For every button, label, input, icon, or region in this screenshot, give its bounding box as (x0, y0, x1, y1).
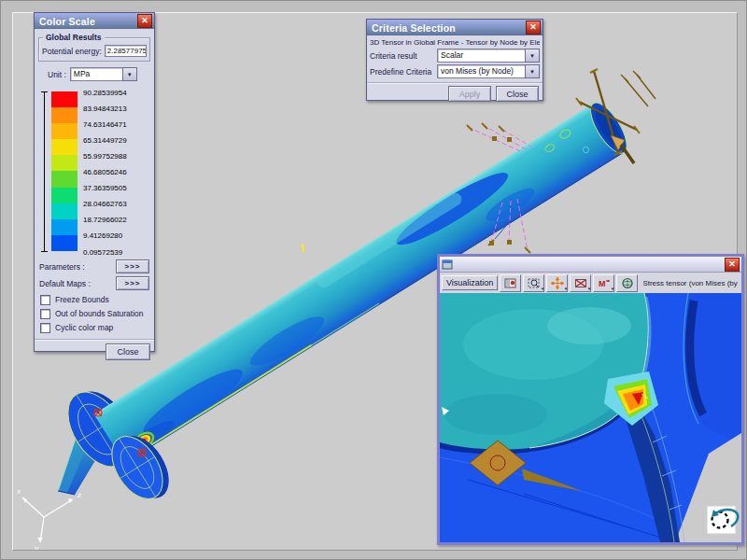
color-scale-value: 74.63146471 (83, 120, 127, 129)
zoom-area-icon[interactable]: ▾ (523, 274, 544, 292)
color-band (51, 123, 78, 139)
render-style-icon[interactable] (500, 274, 521, 292)
checkbox-list: Freeze BoundsOut of bounds SaturationCyc… (35, 293, 154, 334)
rotate-cursor-icon (707, 506, 738, 534)
chevron-down-icon[interactable]: ▼ (525, 64, 540, 78)
default-maps-expand-button[interactable]: >>> (116, 276, 149, 290)
unit-combo[interactable]: MPa ▼ (70, 67, 137, 81)
visualization-viewport[interactable] (440, 293, 741, 542)
color-scale-value: 83.94843213 (83, 105, 127, 113)
color-band (51, 188, 78, 203)
axis-z-label: z (77, 491, 81, 499)
criteria-titlebar[interactable]: Criteria Selection ✕ (367, 20, 543, 35)
criteria-description: 3D Tensor in Global Frame - Tensor by No… (370, 38, 540, 47)
default-maps-label: Default Maps : (39, 279, 91, 288)
predefine-criteria-combo[interactable]: von Mises (by Node) ▼ (437, 64, 540, 78)
color-scale-value: 0.09572539 (83, 248, 122, 257)
color-scale-value: 90.28539954 (83, 89, 127, 97)
criteria-selection-dialog: Criteria Selection ✕ 3D Tensor in Global… (366, 19, 543, 101)
checkbox[interactable] (40, 295, 50, 305)
color-band (51, 91, 78, 107)
potential-energy-field[interactable]: 2.28577975 J (105, 45, 147, 57)
element-highlight (303, 244, 303, 252)
color-band (51, 139, 78, 155)
color-scale-value: 65.31449729 (83, 136, 127, 145)
color-scale-value: 37.36359505 (83, 184, 127, 192)
visualization-status-text: Stress tensor (von Mises (by Node), Load… (642, 279, 740, 287)
checkbox-label: Out of bounds Saturation (55, 309, 144, 318)
color-band (51, 203, 78, 219)
axis-triad: x z y (16, 487, 81, 550)
rotate-view-icon[interactable] (616, 274, 638, 292)
checkbox[interactable] (40, 309, 50, 319)
checkbox-label: Cyclic color map (55, 323, 113, 332)
visualization-titlebar[interactable]: ✕ (440, 257, 741, 273)
measure-m-icon[interactable]: M ▾ (593, 274, 614, 292)
criteria-result-combo[interactable]: Scalar ▼ (437, 49, 540, 63)
checkbox-label: Freeze Bounds (55, 295, 109, 304)
visualization-window: ✕ Visualization ▾ ▾ ▾ M ▾ Stress tensor … (437, 254, 744, 545)
color-scale-value: 55.99752988 (83, 152, 127, 161)
close-button[interactable]: Close (496, 86, 539, 102)
checkbox-row[interactable]: Freeze Bounds (40, 293, 154, 306)
close-icon[interactable]: ✕ (526, 21, 541, 35)
visualization-toolbar: Visualization ▾ ▾ ▾ M ▾ Stress tensor (v… (440, 273, 741, 294)
global-results-group: Global Results Potential energy: 2.28577… (38, 37, 150, 62)
checkbox-row[interactable]: Out of bounds Saturation (40, 307, 154, 320)
axis-x-label: x (16, 487, 21, 496)
application-window: { "color_scale_dialog": { "title": "Colo… (0, 0, 747, 560)
chevron-down-icon[interactable]: ▼ (525, 49, 540, 63)
inset-3d-scene (440, 293, 741, 542)
close-icon[interactable]: ✕ (137, 14, 152, 28)
predefine-criteria-value: von Mises (by Node) (437, 64, 525, 78)
color-scale-value: 46.68056246 (83, 168, 127, 176)
unit-value: MPa (70, 67, 122, 81)
svg-text:M: M (599, 279, 606, 288)
group-label: Global Results (43, 33, 105, 42)
apply-button[interactable]: Apply (448, 86, 491, 102)
chevron-down-icon[interactable]: ▼ (122, 67, 137, 81)
color-band-stack (51, 91, 78, 251)
unit-label: Unit : (48, 70, 66, 79)
potential-energy-label: Potential energy: (42, 47, 102, 56)
color-band (51, 235, 78, 251)
color-scale-titlebar[interactable]: Color Scale ✕ (35, 13, 154, 29)
color-band (51, 155, 78, 171)
window-icon (442, 259, 453, 270)
color-scale-value: 28.04662763 (83, 200, 127, 208)
criteria-result-value: Scalar (437, 49, 525, 63)
color-scale: 90.2853995483.9484321374.6314647165.3144… (38, 89, 152, 257)
dialog-title: Color Scale (39, 16, 95, 27)
checkbox[interactable] (40, 323, 50, 333)
color-scale-values: 90.2853995483.9484321374.6314647165.3144… (83, 91, 152, 252)
color-band (51, 107, 78, 123)
axis-y-label: y (34, 544, 39, 550)
checkbox-row[interactable]: Cyclic color map (40, 321, 154, 334)
scale-axis-line (44, 91, 45, 252)
tab-visualization[interactable]: Visualization (442, 275, 498, 290)
color-scale-dialog: Color Scale ✕ Global Results Potential e… (34, 12, 155, 352)
section-icon[interactable]: ▾ (570, 274, 591, 292)
criteria-result-label: Criteria result (370, 51, 437, 61)
predefine-criteria-label: Predefine Criteria (370, 67, 437, 77)
close-button[interactable]: Close (106, 343, 150, 360)
pan-icon[interactable]: ▾ (546, 274, 568, 292)
parameters-expand-button[interactable]: >>> (116, 259, 149, 273)
color-band (51, 219, 78, 235)
close-icon[interactable]: ✕ (725, 258, 740, 272)
dialog-title: Criteria Selection (372, 22, 456, 34)
parameters-label: Parameters : (39, 262, 85, 272)
color-band (51, 171, 78, 187)
color-scale-value: 9.41269280 (83, 231, 122, 240)
color-scale-value: 18.72966022 (83, 216, 127, 224)
